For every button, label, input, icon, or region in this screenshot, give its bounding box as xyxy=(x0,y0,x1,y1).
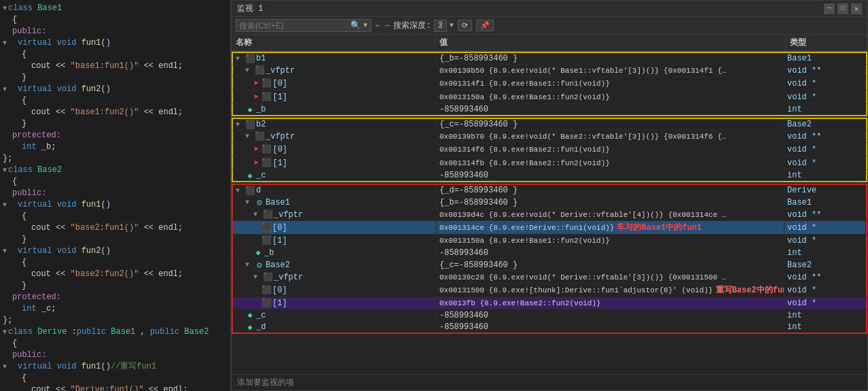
var-name: _vfptr xyxy=(266,132,295,141)
type-cell: void ** xyxy=(784,65,866,76)
name-cell: ▼ ⬛ _vfptr xyxy=(233,209,437,220)
value-cell: {_c=-858993460 } xyxy=(437,119,784,130)
code-text: { xyxy=(22,211,26,222)
table-row[interactable]: ▼ ⬛ _vfptr 0x00139b70 {8.9.exe!void(* Ba… xyxy=(232,131,867,143)
type-cell: Base2 xyxy=(784,119,866,130)
refresh-btn[interactable]: ⟳ xyxy=(458,20,472,31)
code-line: } xyxy=(0,280,230,292)
table-row[interactable]: ◆ _b -858993460 int xyxy=(232,247,867,259)
value-cell: -858993460 xyxy=(437,309,784,321)
expand-icon[interactable]: ▼ xyxy=(3,326,7,338)
table-row[interactable]: ➤ ⬛ [1] 0x001314fb {8.9.exe!Base2::fun2(… xyxy=(232,156,867,170)
maximize-icon[interactable]: □ xyxy=(837,3,848,14)
name-cell: ⬛ [1] xyxy=(233,235,437,246)
expand-tri[interactable]: ▼ xyxy=(236,121,244,129)
table-row[interactable]: ▼ ⚙ Base1 {_b=-858993460 } Base1 xyxy=(232,197,867,209)
annotation-red-2: 重写Base2中的fun1 xyxy=(716,284,784,296)
type-cell: void * xyxy=(784,90,866,103)
code-text: { xyxy=(12,338,17,350)
dropdown-icon[interactable]: ▼ xyxy=(363,22,367,29)
table-row[interactable]: ⬛ [0] 0x001314ce {8.9.exe!Derive::fun1(v… xyxy=(232,221,867,235)
code-line: { xyxy=(0,176,230,188)
expand-icon[interactable]: ▼ xyxy=(3,165,7,176)
close-icon[interactable]: ✕ xyxy=(851,3,862,14)
member-icon: ◆ xyxy=(245,105,255,114)
value-cell: -858993460 xyxy=(437,170,784,181)
member-icon: ◆ xyxy=(245,311,255,320)
code-text: cout << "Derive:fun1()" << endl; xyxy=(31,384,187,391)
search-input[interactable] xyxy=(239,21,348,31)
code-line: }; xyxy=(0,315,230,326)
table-row[interactable]: ▼ ⬛ d {_d=-858993460 } Derive xyxy=(232,184,867,197)
table-row[interactable]: ➤ ⬛ [1] 0x0013150a {8.9.exe!Base1::fun2(… xyxy=(232,90,867,104)
value-cell: {_d=-858993460 } xyxy=(437,185,784,196)
add-watch[interactable]: 添加要监视的项 xyxy=(232,374,867,390)
table-row[interactable]: ⬛ [1] 0x0013150a {8.9.exe!Base1::fun2(vo… xyxy=(232,235,867,247)
code-text: cout << "base2:fun2()" << endl; xyxy=(31,269,183,280)
expand-tri[interactable]: ▼ xyxy=(245,67,253,74)
type-cell: int xyxy=(784,247,866,258)
table-row[interactable]: ▼ ⬛ b1 {_b=-858993460 } Base1 xyxy=(232,52,867,65)
table-row[interactable]: ▼ ⬛ b2 {_c=-858993460 } Base2 xyxy=(232,118,867,131)
expand-icon[interactable]: ▼ xyxy=(3,199,7,211)
value-cell: 0x0013150a {8.9.exe!Base1::fun2(void)} xyxy=(437,90,784,103)
expand-icon[interactable]: ▼ xyxy=(3,245,7,257)
table-row[interactable]: ▼ ⬛ _vfptr 0x00139d4c {8.9.exe!void(* De… xyxy=(232,209,867,221)
minimize-icon[interactable]: ─ xyxy=(824,3,835,14)
code-text: virtual void fun1() xyxy=(18,37,111,49)
code-text: virtual void fun2() xyxy=(18,245,111,257)
type-cell: void * xyxy=(784,235,866,246)
watch-toolbar: 🔍 ▼ ← → 搜索深度: 3 ▼ ⟳ 📌 xyxy=(232,17,867,35)
expand-tri[interactable]: ▼ xyxy=(236,55,244,63)
arrow-right-icon[interactable]: → xyxy=(384,21,389,31)
var-name: _c xyxy=(256,311,266,320)
table-row[interactable]: ⬛ [1] 0x0013fb {8.9.exe!Base2::fun2(void… xyxy=(232,297,867,309)
search-icon[interactable]: 🔍 xyxy=(350,20,361,31)
red-arrow-icon: ➤ xyxy=(253,78,259,89)
table-row[interactable]: ◆ _d -858993460 int xyxy=(232,322,867,334)
code-text: int _b; xyxy=(22,141,56,153)
table-row[interactable]: ⬛ [0] 0x00131500 {8.9.exe![thunk]:Derive… xyxy=(232,284,867,297)
name-cell: ▼ ⬛ _vfptr xyxy=(233,65,437,76)
name-cell: ▼ ⬛ _vfptr xyxy=(233,271,437,283)
expand-tri[interactable]: ▼ xyxy=(245,133,253,140)
expand-tri[interactable]: ▼ xyxy=(253,211,261,218)
code-text: public: xyxy=(12,350,46,361)
expand-tri[interactable]: ▼ xyxy=(236,187,244,194)
expand-icon[interactable]: ▼ xyxy=(3,37,7,49)
table-row[interactable]: ➤ ⬛ [0] 0x001314f6 {8.9.exe!Base2::fun1(… xyxy=(232,143,867,156)
annotation-red: 车与的Base1中的fun1 xyxy=(617,222,702,233)
code-line: { xyxy=(0,373,230,384)
table-row[interactable]: ▼ ⬛ _vfptr 0x00139b50 {8.9.exe!void(* Ba… xyxy=(232,65,867,77)
red-arrow-icon: ➤ xyxy=(253,143,259,155)
name-cell: ⬛ [1] xyxy=(233,297,437,309)
depth-value[interactable]: 3 xyxy=(434,20,447,32)
depth-selector: 搜索深度: 3 ▼ xyxy=(393,20,453,32)
var-name: [1] xyxy=(272,158,287,168)
code-line: ▼ virtual void fun2() xyxy=(0,84,230,95)
expand-tri[interactable]: ▼ xyxy=(245,199,253,206)
var-name: [0] xyxy=(272,286,287,295)
depth-dropdown-icon[interactable]: ▼ xyxy=(450,22,454,29)
name-cell: ◆ _b xyxy=(233,247,437,258)
table-row[interactable]: ◆ _c -858993460 int xyxy=(232,309,867,322)
code-text: virtual void fun2() xyxy=(18,84,111,95)
table-row[interactable]: ◆ _b -858993460 int xyxy=(232,104,867,116)
code-text: cout << "base1:fun1()" << endl; xyxy=(31,61,183,72)
expand-icon[interactable]: ▼ xyxy=(3,84,7,95)
code-text: class Base1 xyxy=(8,3,62,14)
table-row[interactable]: ◆ _c -858993460 int xyxy=(232,170,867,182)
watch-panel: 监视 1 ─ □ ✕ 🔍 ▼ ← → 搜索深度: 3 ▼ ⟳ 📌 名称 值 类型 xyxy=(231,0,868,391)
code-line: } xyxy=(0,72,230,84)
expand-tri[interactable]: ▼ xyxy=(253,273,261,281)
expand-tri[interactable]: ▼ xyxy=(245,261,253,269)
value-cell: {_b=-858993460 } xyxy=(437,53,784,64)
table-row[interactable]: ➤ ⬛ [0] 0x001314f1 {8.9.exe!Base1::fun1(… xyxy=(232,77,867,90)
expand-icon[interactable]: ▼ xyxy=(3,361,7,373)
table-row[interactable]: ▼ ⚙ Base2 {_c=-858993460 } Base2 xyxy=(232,259,867,271)
arrow-left-icon[interactable]: ← xyxy=(376,21,380,31)
pin-btn[interactable]: 📌 xyxy=(476,20,494,31)
table-row[interactable]: ▼ ⬛ _vfptr 0x00139c28 {8.9.exe!void(* De… xyxy=(232,271,867,284)
var-name: [0] xyxy=(272,79,287,88)
expand-icon[interactable]: ▼ xyxy=(3,3,7,14)
